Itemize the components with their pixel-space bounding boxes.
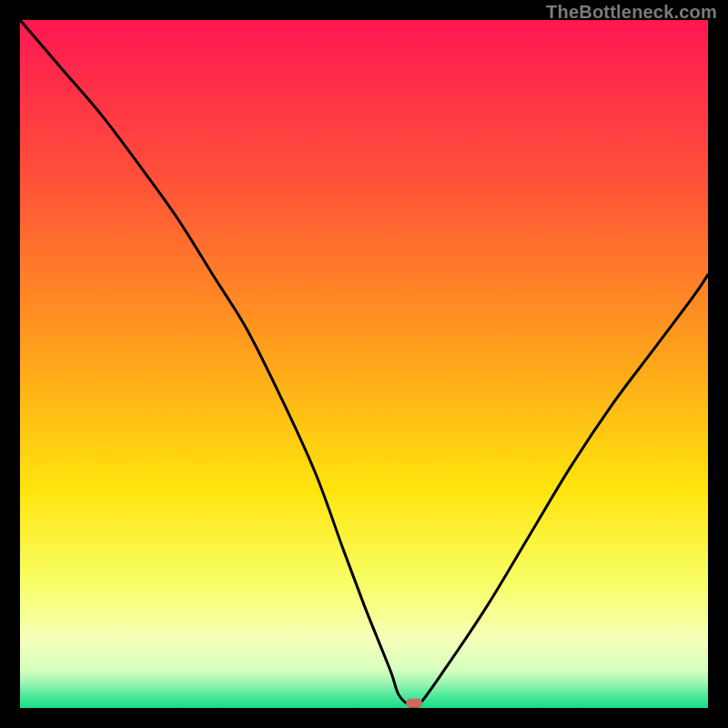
chart-svg [20,20,708,708]
chart-frame: TheBottleneck.com [0,0,728,728]
chart-plot-area [20,20,708,708]
min-marker [406,699,422,708]
